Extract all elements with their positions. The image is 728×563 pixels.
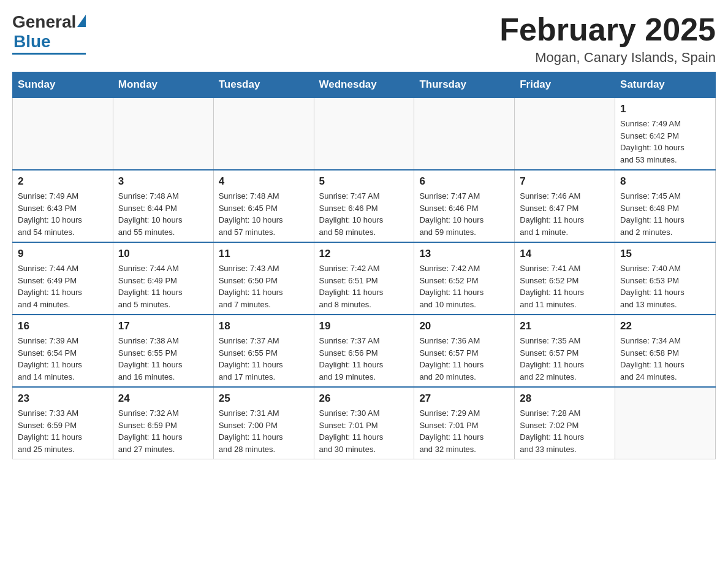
- calendar-day-cell: 24Sunrise: 7:32 AMSunset: 6:59 PMDayligh…: [113, 387, 213, 459]
- calendar-day-cell: 21Sunrise: 7:35 AMSunset: 6:57 PMDayligh…: [515, 315, 615, 387]
- day-number: 20: [419, 320, 509, 332]
- calendar-day-cell: [13, 98, 113, 170]
- day-of-week-header: Monday: [113, 72, 213, 98]
- calendar-day-cell: 14Sunrise: 7:41 AMSunset: 6:52 PMDayligh…: [515, 242, 615, 315]
- day-number: 22: [620, 320, 710, 332]
- logo-triangle-icon: [77, 15, 86, 27]
- day-info: Sunrise: 7:48 AMSunset: 6:45 PMDaylight:…: [219, 190, 309, 238]
- day-info: Sunrise: 7:46 AMSunset: 6:47 PMDaylight:…: [520, 190, 610, 238]
- day-info: Sunrise: 7:45 AMSunset: 6:48 PMDaylight:…: [620, 190, 710, 238]
- calendar-week-row: 1Sunrise: 7:49 AMSunset: 6:42 PMDaylight…: [13, 98, 716, 170]
- day-of-week-header: Sunday: [13, 72, 113, 98]
- day-number: 4: [219, 175, 309, 188]
- day-of-week-header: Tuesday: [213, 72, 314, 98]
- day-info: Sunrise: 7:41 AMSunset: 6:52 PMDaylight:…: [520, 262, 610, 310]
- logo: General Blue: [12, 12, 86, 55]
- calendar-day-cell: 9Sunrise: 7:44 AMSunset: 6:49 PMDaylight…: [13, 242, 113, 315]
- day-info: Sunrise: 7:28 AMSunset: 7:02 PMDaylight:…: [520, 407, 610, 455]
- calendar-day-cell: 11Sunrise: 7:43 AMSunset: 6:50 PMDayligh…: [213, 242, 314, 315]
- calendar-day-cell: 7Sunrise: 7:46 AMSunset: 6:47 PMDaylight…: [515, 170, 615, 242]
- calendar-day-cell: 28Sunrise: 7:28 AMSunset: 7:02 PMDayligh…: [515, 387, 615, 459]
- day-info: Sunrise: 7:34 AMSunset: 6:58 PMDaylight:…: [620, 335, 710, 383]
- day-number: 11: [219, 248, 309, 260]
- calendar-day-cell: [213, 98, 314, 170]
- calendar-day-cell: 12Sunrise: 7:42 AMSunset: 6:51 PMDayligh…: [314, 242, 414, 315]
- calendar-day-cell: 19Sunrise: 7:37 AMSunset: 6:56 PMDayligh…: [314, 315, 414, 387]
- calendar-week-row: 23Sunrise: 7:33 AMSunset: 6:59 PMDayligh…: [13, 387, 716, 459]
- calendar-day-cell: 8Sunrise: 7:45 AMSunset: 6:48 PMDaylight…: [615, 170, 716, 242]
- calendar-day-cell: 23Sunrise: 7:33 AMSunset: 6:59 PMDayligh…: [13, 387, 113, 459]
- day-info: Sunrise: 7:38 AMSunset: 6:55 PMDaylight:…: [118, 335, 208, 383]
- day-number: 23: [18, 393, 108, 405]
- day-number: 18: [219, 320, 309, 332]
- calendar-day-cell: 16Sunrise: 7:39 AMSunset: 6:54 PMDayligh…: [13, 315, 113, 387]
- day-number: 28: [520, 393, 610, 405]
- day-info: Sunrise: 7:39 AMSunset: 6:54 PMDaylight:…: [18, 335, 108, 383]
- day-number: 8: [620, 175, 710, 188]
- day-number: 14: [520, 248, 610, 260]
- calendar-day-cell: 20Sunrise: 7:36 AMSunset: 6:57 PMDayligh…: [414, 315, 515, 387]
- day-of-week-header: Friday: [515, 72, 615, 98]
- day-info: Sunrise: 7:49 AMSunset: 6:43 PMDaylight:…: [18, 190, 108, 238]
- day-number: 21: [520, 320, 610, 332]
- title-section: February 2025 Mogan, Canary Islands, Spa…: [499, 12, 716, 66]
- day-info: Sunrise: 7:48 AMSunset: 6:44 PMDaylight:…: [118, 190, 208, 238]
- calendar-day-cell: 2Sunrise: 7:49 AMSunset: 6:43 PMDaylight…: [13, 170, 113, 242]
- calendar-day-cell: 1Sunrise: 7:49 AMSunset: 6:42 PMDaylight…: [615, 98, 716, 170]
- day-info: Sunrise: 7:40 AMSunset: 6:53 PMDaylight:…: [620, 262, 710, 310]
- calendar-day-cell: 17Sunrise: 7:38 AMSunset: 6:55 PMDayligh…: [113, 315, 213, 387]
- logo-general-text: General: [12, 12, 76, 32]
- day-info: Sunrise: 7:42 AMSunset: 6:51 PMDaylight:…: [319, 262, 409, 310]
- calendar-day-cell: 15Sunrise: 7:40 AMSunset: 6:53 PMDayligh…: [615, 242, 716, 315]
- day-info: Sunrise: 7:32 AMSunset: 6:59 PMDaylight:…: [118, 407, 208, 455]
- day-info: Sunrise: 7:30 AMSunset: 7:01 PMDaylight:…: [319, 407, 409, 455]
- day-number: 27: [419, 393, 509, 405]
- calendar-day-cell: 10Sunrise: 7:44 AMSunset: 6:49 PMDayligh…: [113, 242, 213, 315]
- calendar-day-cell: 27Sunrise: 7:29 AMSunset: 7:01 PMDayligh…: [414, 387, 515, 459]
- page-header: General Blue February 2025 Mogan, Canary…: [12, 12, 716, 66]
- calendar-day-cell: [113, 98, 213, 170]
- day-info: Sunrise: 7:31 AMSunset: 7:00 PMDaylight:…: [219, 407, 309, 455]
- day-info: Sunrise: 7:49 AMSunset: 6:42 PMDaylight:…: [620, 118, 710, 166]
- day-info: Sunrise: 7:37 AMSunset: 6:56 PMDaylight:…: [319, 335, 409, 383]
- logo-underline: [12, 53, 86, 55]
- calendar-day-cell: 3Sunrise: 7:48 AMSunset: 6:44 PMDaylight…: [113, 170, 213, 242]
- day-number: 6: [419, 175, 509, 188]
- day-number: 25: [219, 393, 309, 405]
- day-info: Sunrise: 7:42 AMSunset: 6:52 PMDaylight:…: [419, 262, 509, 310]
- day-number: 2: [18, 175, 108, 188]
- day-info: Sunrise: 7:37 AMSunset: 6:55 PMDaylight:…: [219, 335, 309, 383]
- location-label: Mogan, Canary Islands, Spain: [499, 50, 716, 66]
- calendar-day-cell: [615, 387, 716, 459]
- calendar-day-cell: 13Sunrise: 7:42 AMSunset: 6:52 PMDayligh…: [414, 242, 515, 315]
- calendar-day-cell: [515, 98, 615, 170]
- calendar-day-cell: 5Sunrise: 7:47 AMSunset: 6:46 PMDaylight…: [314, 170, 414, 242]
- calendar-table: SundayMondayTuesdayWednesdayThursdayFrid…: [12, 72, 716, 459]
- day-number: 24: [118, 393, 208, 405]
- day-number: 5: [319, 175, 409, 188]
- logo-blue-text: Blue: [13, 32, 51, 52]
- calendar-week-row: 16Sunrise: 7:39 AMSunset: 6:54 PMDayligh…: [13, 315, 716, 387]
- day-info: Sunrise: 7:33 AMSunset: 6:59 PMDaylight:…: [18, 407, 108, 455]
- day-of-week-header: Saturday: [615, 72, 716, 98]
- day-info: Sunrise: 7:36 AMSunset: 6:57 PMDaylight:…: [419, 335, 509, 383]
- day-number: 26: [319, 393, 409, 405]
- calendar-day-cell: 26Sunrise: 7:30 AMSunset: 7:01 PMDayligh…: [314, 387, 414, 459]
- calendar-week-row: 2Sunrise: 7:49 AMSunset: 6:43 PMDaylight…: [13, 170, 716, 242]
- calendar-day-cell: 6Sunrise: 7:47 AMSunset: 6:46 PMDaylight…: [414, 170, 515, 242]
- calendar-week-row: 9Sunrise: 7:44 AMSunset: 6:49 PMDaylight…: [13, 242, 716, 315]
- day-info: Sunrise: 7:44 AMSunset: 6:49 PMDaylight:…: [118, 262, 208, 310]
- calendar-day-cell: 22Sunrise: 7:34 AMSunset: 6:58 PMDayligh…: [615, 315, 716, 387]
- day-info: Sunrise: 7:44 AMSunset: 6:49 PMDaylight:…: [18, 262, 108, 310]
- calendar-day-cell: 18Sunrise: 7:37 AMSunset: 6:55 PMDayligh…: [213, 315, 314, 387]
- day-number: 16: [18, 320, 108, 332]
- day-number: 12: [319, 248, 409, 260]
- day-info: Sunrise: 7:29 AMSunset: 7:01 PMDaylight:…: [419, 407, 509, 455]
- day-of-week-header: Thursday: [414, 72, 515, 98]
- day-info: Sunrise: 7:35 AMSunset: 6:57 PMDaylight:…: [520, 335, 610, 383]
- day-number: 1: [620, 103, 710, 115]
- month-title: February 2025: [499, 12, 716, 47]
- day-number: 9: [18, 248, 108, 260]
- day-number: 17: [118, 320, 208, 332]
- day-number: 7: [520, 175, 610, 188]
